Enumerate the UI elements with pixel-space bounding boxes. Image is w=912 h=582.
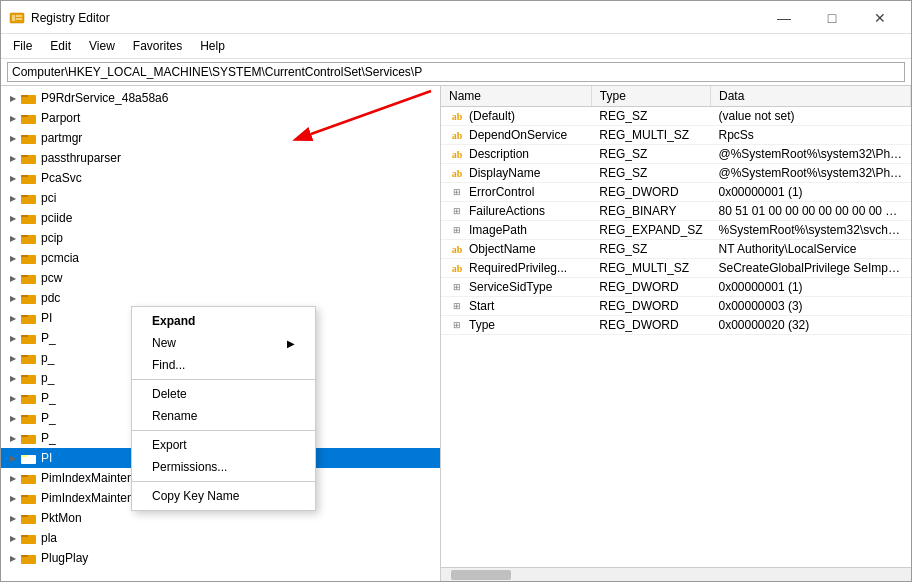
table-row[interactable]: ab Description REG_SZ @%SystemRoot%\syst… — [441, 145, 911, 164]
tree-label: p_ — [41, 371, 54, 385]
menu-view[interactable]: View — [81, 36, 123, 56]
tree-item[interactable]: partmgr — [1, 128, 440, 148]
tree-label: PlugPlay — [41, 551, 88, 565]
address-input[interactable] — [7, 62, 905, 82]
table-row[interactable]: ab DependOnService REG_MULTI_SZ RpcSs — [441, 126, 911, 145]
tree-item[interactable]: PlugPlay — [1, 548, 440, 568]
expand-icon[interactable] — [5, 510, 21, 526]
table-cell-type: REG_SZ — [591, 145, 710, 164]
expand-icon[interactable] — [5, 110, 21, 126]
menu-file[interactable]: File — [5, 36, 40, 56]
table-row[interactable]: ab RequiredPrivileg... REG_MULTI_SZ SeCr… — [441, 259, 911, 278]
title-bar-controls: — □ ✕ — [761, 7, 903, 29]
svg-rect-2 — [16, 15, 22, 17]
expand-icon[interactable] — [5, 470, 21, 486]
table-cell-data: @%SystemRoot%\system32\Phoneserv — [711, 145, 911, 164]
expand-icon[interactable] — [5, 330, 21, 346]
minimize-button[interactable]: — — [761, 7, 807, 29]
table-row[interactable]: ⊞ ImagePath REG_EXPAND_SZ %SystemRoot%\s… — [441, 221, 911, 240]
tree-item[interactable]: pdc — [1, 288, 440, 308]
expand-icon[interactable] — [5, 190, 21, 206]
table-cell-data: 0x00000001 (1) — [711, 183, 911, 202]
expand-icon[interactable] — [5, 430, 21, 446]
expand-icon[interactable] — [5, 370, 21, 386]
tree-item[interactable]: PcaSvc — [1, 168, 440, 188]
table-row[interactable]: ab ObjectName REG_SZ NT Authority\LocalS… — [441, 240, 911, 259]
ctx-rename[interactable]: Rename — [132, 405, 315, 427]
ctx-find[interactable]: Find... — [132, 354, 315, 376]
expand-icon[interactable] — [5, 530, 21, 546]
expand-icon[interactable] — [5, 170, 21, 186]
hscroll-thumb[interactable] — [451, 570, 511, 580]
tree-item[interactable]: PktMon — [1, 508, 440, 528]
tree-item[interactable]: P9RdrService_48a58a6 — [1, 88, 440, 108]
svg-rect-19 — [21, 215, 28, 217]
expand-icon[interactable] — [5, 150, 21, 166]
col-name[interactable]: Name — [441, 86, 591, 107]
col-data[interactable]: Data — [711, 86, 911, 107]
table-row[interactable]: ⊞ FailureActions REG_BINARY 80 51 01 00 … — [441, 202, 911, 221]
folder-icon — [21, 351, 37, 365]
tree-item[interactable]: pcip — [1, 228, 440, 248]
ctx-delete[interactable]: Delete — [132, 383, 315, 405]
expand-icon[interactable] — [5, 490, 21, 506]
folder-icon — [21, 211, 37, 225]
expand-icon[interactable] — [5, 270, 21, 286]
dword-icon: ⊞ — [449, 318, 465, 332]
table-cell-type: REG_DWORD — [591, 183, 710, 202]
expand-icon[interactable] — [5, 410, 21, 426]
table-row[interactable]: ⊞ Start REG_DWORD 0x00000003 (3) — [441, 297, 911, 316]
ctx-expand[interactable]: Expand — [132, 310, 315, 332]
ctx-permissions[interactable]: Permissions... — [132, 456, 315, 478]
expand-icon[interactable] — [5, 550, 21, 566]
tree-label: pcip — [41, 231, 63, 245]
title-bar: Registry Editor — □ ✕ — [1, 1, 911, 34]
expand-icon[interactable] — [5, 130, 21, 146]
table-cell-type: REG_SZ — [591, 164, 710, 183]
table-row[interactable]: ab (Default) REG_SZ (value not set) — [441, 107, 911, 126]
tree-item[interactable]: pla — [1, 528, 440, 548]
expand-icon[interactable] — [5, 290, 21, 306]
ctx-copy-key-name[interactable]: Copy Key Name — [132, 485, 315, 507]
tree-label: P9RdrService_48a58a6 — [41, 91, 168, 105]
tree-item[interactable]: pcmcia — [1, 248, 440, 268]
tree-item[interactable]: Parport — [1, 108, 440, 128]
svg-rect-17 — [21, 195, 28, 197]
folder-icon — [21, 131, 37, 145]
ctx-export[interactable]: Export — [132, 434, 315, 456]
expand-icon[interactable] — [5, 310, 21, 326]
tree-item[interactable]: pci — [1, 188, 440, 208]
tree-label: pci — [41, 191, 56, 205]
ab-icon: ab — [449, 166, 465, 180]
ctx-new[interactable]: New ▶ — [132, 332, 315, 354]
table-row[interactable]: ⊞ Type REG_DWORD 0x00000020 (32) — [441, 316, 911, 335]
tree-label: PcaSvc — [41, 171, 82, 185]
table-cell-data: RpcSs — [711, 126, 911, 145]
close-button[interactable]: ✕ — [857, 7, 903, 29]
tree-item[interactable]: pcw — [1, 268, 440, 288]
expand-icon[interactable] — [5, 230, 21, 246]
expand-icon[interactable] — [5, 210, 21, 226]
svg-rect-43 — [21, 455, 28, 457]
menu-help[interactable]: Help — [192, 36, 233, 56]
registry-editor-window: Registry Editor — □ ✕ File Edit View Fav… — [0, 0, 912, 582]
expand-icon[interactable] — [5, 450, 21, 466]
hscroll-bar[interactable] — [441, 567, 911, 581]
svg-rect-3 — [16, 18, 22, 20]
menu-edit[interactable]: Edit — [42, 36, 79, 56]
col-type[interactable]: Type — [591, 86, 710, 107]
expand-icon[interactable] — [5, 90, 21, 106]
tree-item[interactable]: pciide — [1, 208, 440, 228]
dword-icon: ⊞ — [449, 299, 465, 313]
expand-icon[interactable] — [5, 350, 21, 366]
expand-icon[interactable] — [5, 250, 21, 266]
tree-item[interactable]: passthruparser — [1, 148, 440, 168]
expand-icon[interactable] — [5, 390, 21, 406]
maximize-button[interactable]: □ — [809, 7, 855, 29]
table-row[interactable]: ⊞ ErrorControl REG_DWORD 0x00000001 (1) — [441, 183, 911, 202]
table-cell-data: SeCreateGlobalPrivilege SeImpersonatel — [711, 259, 911, 278]
menu-favorites[interactable]: Favorites — [125, 36, 190, 56]
table-row[interactable]: ab DisplayName REG_SZ @%SystemRoot%\syst… — [441, 164, 911, 183]
table-row[interactable]: ⊞ ServiceSidType REG_DWORD 0x00000001 (1… — [441, 278, 911, 297]
table-cell-data: NT Authority\LocalService — [711, 240, 911, 259]
